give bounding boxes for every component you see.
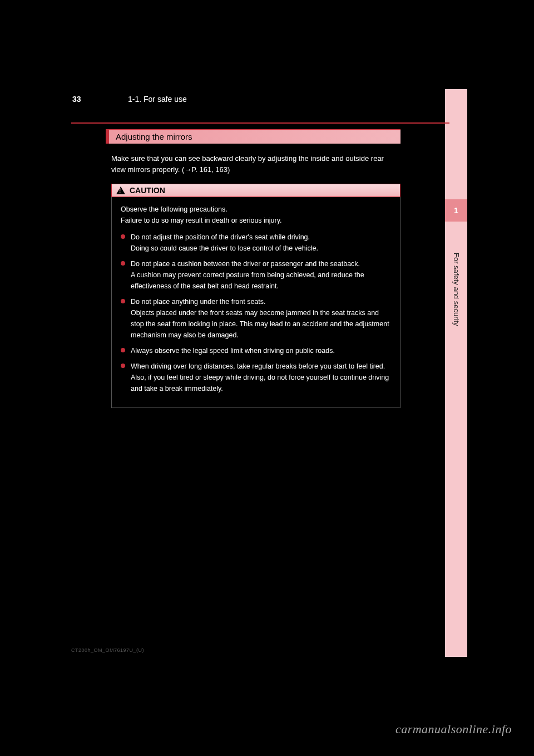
- caution-body: Observe the following precautions. Failu…: [111, 197, 400, 408]
- bullet-text: Do not adjust the position of the driver…: [131, 232, 391, 254]
- chapter-number-badge: 1: [445, 199, 467, 222]
- bullet-text: Do not place anything under the front se…: [131, 296, 391, 341]
- bullet-item: Do not adjust the position of the driver…: [121, 232, 391, 254]
- bullet-icon: [121, 261, 125, 266]
- caution-intro: Observe the following precautions. Failu…: [121, 204, 391, 226]
- bullet-item: When driving over long distances, take r…: [121, 361, 391, 394]
- file-marker: CT200h_OM_OM76197U_(U): [71, 647, 144, 653]
- chapter-label-container: For safety and security: [445, 234, 467, 345]
- bullet-text: Do not place a cushion between the drive…: [131, 258, 391, 292]
- bullet-icon: [121, 364, 125, 368]
- bullet-icon: [121, 299, 125, 303]
- caution-box: CAUTION Observe the following precaution…: [111, 184, 400, 408]
- chapter-number: 1: [454, 206, 458, 215]
- divider-line: [71, 122, 449, 124]
- bullet-icon: [121, 348, 125, 352]
- bullet-item: Do not place anything under the front se…: [121, 296, 391, 341]
- page-number: 33: [72, 95, 81, 104]
- bullet-item: Do not place a cushion between the drive…: [121, 258, 391, 292]
- caution-label: CAUTION: [130, 186, 165, 195]
- section-title: Adjusting the mirrors: [116, 132, 192, 141]
- section-header: Adjusting the mirrors: [106, 129, 400, 144]
- section-intro: Make sure that you can see backward clea…: [111, 153, 395, 175]
- chapter-label: For safety and security: [452, 253, 461, 326]
- breadcrumb: 1-1. For safe use: [128, 95, 187, 104]
- sidebar-tab: [445, 89, 467, 657]
- watermark: carmanualsonline.info: [395, 722, 512, 737]
- caution-header: CAUTION: [111, 184, 400, 197]
- bullet-item: Always observe the legal speed limit whe…: [121, 345, 391, 356]
- warning-icon: [116, 186, 125, 194]
- bullet-icon: [121, 234, 125, 239]
- bullet-text: When driving over long distances, take r…: [131, 361, 391, 394]
- bullet-text: Always observe the legal speed limit whe…: [131, 345, 391, 356]
